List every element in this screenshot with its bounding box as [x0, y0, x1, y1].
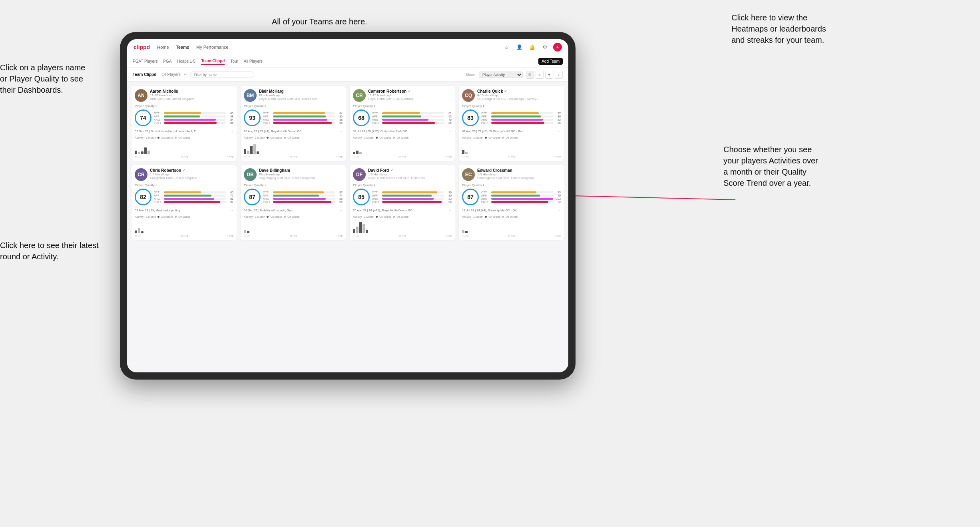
player-card-edward: EC Edward Crossman 1-5 Handicap Sunningd… [458, 165, 564, 241]
filter-icon[interactable]: ▼ [545, 71, 553, 79]
nav-link-teams[interactable]: Teams [175, 45, 190, 50]
player-name-chris[interactable]: Chris Robertson ✓ [150, 168, 233, 173]
offcourse-dot [175, 137, 177, 139]
stat-value-app: 58 [227, 115, 233, 118]
player-name-david[interactable]: David Ford ✓ [368, 168, 452, 173]
search-icon[interactable]: ⌕ [502, 43, 511, 52]
avatar-dave[interactable]: DB [244, 168, 257, 181]
stat-row-ott: OTT 60 [154, 112, 233, 115]
activity-section-dave: Activity · 1 Month On course Off course [244, 214, 343, 237]
avatar-david[interactable]: DF [353, 168, 366, 181]
activity-section-charlie: Activity · 1 Month On course Off course [462, 135, 561, 158]
oncourse-label: On course [161, 136, 173, 139]
subnav-pgat[interactable]: PGAT Players [133, 58, 157, 64]
chart-area-charlie [462, 140, 561, 155]
bar [144, 147, 147, 154]
nav-link-performance[interactable]: My Performance [195, 45, 229, 50]
avatar-charlie[interactable]: CQ [462, 89, 475, 102]
quality-section-blair: 93 OTT 84 APP 85 [244, 109, 343, 126]
show-select[interactable]: Player Activity Quality Score Trend [479, 72, 523, 78]
player-name-aaron[interactable]: Aaron Nicholls [150, 89, 233, 93]
player-info-charlie: Charlie Quick ✓ 6-10 Handicap St. George… [477, 89, 561, 101]
chart-area-aaron [135, 140, 233, 155]
quality-section-chris: 82 OTT 60 APP 77 [135, 189, 233, 205]
chart-area-cameron [353, 140, 452, 155]
quality-circle-blair[interactable]: 93 [244, 109, 261, 126]
edit-icon[interactable]: ✏ [184, 72, 187, 77]
list-view-icon[interactable]: ≡ [536, 71, 544, 79]
card-header-dave: DB Dave Billingham Plus Handicap Sag Mag… [244, 168, 343, 181]
subnav-all-players[interactable]: All Players [244, 58, 263, 64]
stat-value-putt: 85 [227, 121, 233, 124]
latest-round-edward[interactable]: 18 Jul 23 | 74 (+4), Sunningdale GC - Ol… [462, 207, 561, 212]
player-info-dave: Dave Billingham Plus Handicap Sag Maging… [259, 168, 343, 180]
quality-circle-david[interactable]: 85 [353, 189, 370, 205]
player-name-charlie[interactable]: Charlie Quick ✓ [477, 89, 561, 93]
activity-section-david: Activity · 1 Month On course Off course [353, 214, 452, 237]
latest-round-blair[interactable]: 26 Aug 23 | 73 (+1), Royal North Devon G… [244, 128, 343, 133]
activity-header-blair: Activity · 1 Month On course Off course [244, 136, 343, 139]
quality-circle-dave[interactable]: 87 [244, 189, 261, 205]
avatar-cameron[interactable]: CR [353, 89, 366, 102]
profile-icon[interactable]: 👤 [515, 43, 524, 52]
latest-round-cameron[interactable]: 02 Jul 23 | 59 (+17), Craigmillar Park G… [353, 128, 452, 133]
player-name-dave[interactable]: Dave Billingham [259, 168, 343, 173]
activity-section-cameron: Activity · 1 Month On course Off course [353, 135, 452, 158]
subnav-team-clippd[interactable]: Team Clippd [201, 58, 225, 65]
activity-callout: Choose whether you seeyour players Activ… [723, 144, 818, 189]
heatmaps-callout: Click here to view theHeatmaps or leader… [731, 12, 826, 46]
chart-area-blair [244, 140, 343, 155]
nav-logo: clippd [133, 44, 150, 50]
latest-round-dave[interactable]: 04 Sep 23 | Mobility with coach, Gym → [244, 207, 343, 212]
latest-round-david[interactable]: 26 Aug 23 | 84 (+12), Royal North Devon … [353, 207, 452, 212]
stats-grid-chris: OTT 60 APP 77 ARG [154, 191, 233, 203]
player-club-cameron: Royal Perth Golf Club, Australia [368, 97, 452, 101]
chart-labels-aaron: 31 Jul 21 Aug 4 Sep [135, 155, 233, 158]
oncourse-dot [157, 137, 159, 139]
quality-circle-charlie[interactable]: 83 [462, 109, 479, 126]
quality-circle-chris[interactable]: 82 [135, 189, 151, 205]
user-avatar[interactable]: A [553, 43, 562, 52]
settings-icon[interactable]: ⚙ [540, 43, 549, 52]
avatar-edward[interactable]: EC [462, 168, 475, 181]
player-handicap-aaron: 11-15 Handicap [150, 93, 233, 97]
stats-grid-blair: OTT 84 APP 85 ARG [263, 112, 343, 124]
quality-circle-aaron[interactable]: 74 [135, 109, 151, 126]
card-header-charlie: CQ Charlie Quick ✓ 6-10 Handicap St. Geo… [462, 89, 561, 102]
avatar-chris[interactable]: CR [135, 168, 147, 181]
player-handicap-dave: Plus Handicap [259, 173, 343, 176]
nav-bar: clippd Home Teams My Performance ⌕ 👤 🔔 ⚙… [127, 39, 568, 55]
bar [135, 151, 137, 154]
player-card-aaron: AN Aaron Nicholls 11-15 Handicap Drift G… [131, 86, 237, 161]
player-club-edward: Sunningdale Golf Club, United Kingdom [477, 176, 561, 180]
player-name-cameron[interactable]: Cameron Robertson ✓ [368, 89, 452, 93]
sort-icon[interactable]: ↕ [555, 71, 563, 79]
player-name-edward[interactable]: Edward Crossman [477, 168, 561, 173]
player-name-blair[interactable]: Blair McHarg [259, 89, 343, 93]
quality-circle-cameron[interactable]: 68 [353, 109, 370, 126]
quality-circle-edward[interactable]: 87 [462, 189, 479, 205]
quality-label-david: Player Quality ℹ [353, 183, 452, 187]
avatar-aaron[interactable]: AN [135, 89, 147, 102]
quality-label-blair: Player Quality ℹ [244, 104, 343, 108]
quality-label-charlie: Player Quality ℹ [462, 104, 561, 108]
stats-grid-dave: OTT 82 APP 74 ARG [263, 191, 343, 203]
player-info-aaron: Aaron Nicholls 11-15 Handicap Drift Golf… [150, 89, 233, 101]
player-card-charlie: CQ Charlie Quick ✓ 6-10 Handicap St. Geo… [458, 86, 564, 161]
player-club-aaron: Drift Golf Club, United Kingdom [150, 97, 233, 101]
latest-round-aaron[interactable]: 02 Sep 23 | Sunset round to get back int… [135, 128, 233, 133]
add-team-button[interactable]: Add Team [538, 58, 563, 65]
stat-bar-putt [164, 122, 226, 124]
nav-link-home[interactable]: Home [156, 45, 169, 50]
avatar-blair[interactable]: BM [244, 89, 257, 102]
bell-icon[interactable]: 🔔 [528, 43, 536, 52]
subnav-hcaps[interactable]: Hcaps 1-5 [177, 58, 196, 64]
subnav-pga[interactable]: PGA [163, 58, 171, 64]
latest-round-charlie[interactable]: 07 Aug 23 | 77 (+7), St George's Hill GC… [462, 128, 561, 133]
latest-round-chris[interactable]: 03 Mar 23 | 19, Must make putting → [135, 207, 233, 212]
stats-grid-david: OTT 89 APP 80 ARG [372, 191, 452, 203]
grid-view-icon[interactable]: ⊞ [526, 71, 534, 79]
subnav-tour[interactable]: Tour [230, 58, 238, 64]
verified-icon: ✓ [408, 89, 411, 93]
search-input[interactable] [190, 72, 254, 78]
